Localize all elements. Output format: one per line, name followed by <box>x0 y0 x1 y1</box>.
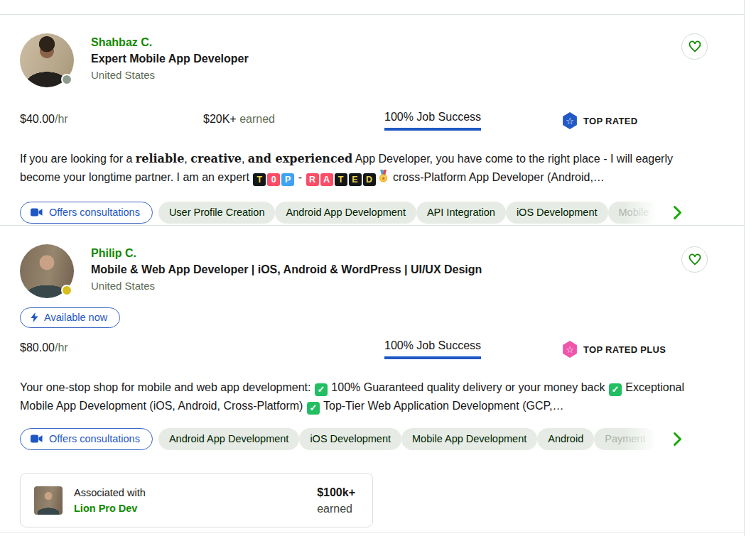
top-rated-plus-hexagon-icon: ☆ <box>562 341 578 358</box>
freelancer-location: United States <box>91 278 482 295</box>
associated-agency-box: Associated with Lion Pro Dev $100k+ earn… <box>20 473 373 527</box>
description-text: , <box>242 153 248 165</box>
offers-consultations-label: Offers consultations <box>49 207 140 218</box>
skill-tag[interactable]: Mobile App Development <box>401 428 537 450</box>
skill-tag[interactable]: Android App Development <box>275 202 416 224</box>
freelancer-results-list: Shahbaz C. Expert Mobile App Developer U… <box>0 0 745 536</box>
badge-label: TOP RATED PLUS <box>583 344 666 355</box>
description-text: cross-Platform App Developer (Android,… <box>390 171 605 183</box>
profile-description[interactable]: Your one-stop shop for mobile and web ap… <box>20 378 715 415</box>
status-dot <box>61 285 72 296</box>
svg-text:★: ★ <box>380 175 385 181</box>
stats-row: $40.00/hr $20K+ earned 100% Job Success … <box>20 111 710 143</box>
tags-clip: Offers consultations Android App Develop… <box>20 427 695 451</box>
medal-icon: ★ <box>378 170 389 189</box>
tags-clip: Offers consultations User Profile Creati… <box>20 200 695 224</box>
top-spacer <box>0 0 744 14</box>
top-rated-plus-badge: ☆ TOP RATED PLUS <box>562 341 710 358</box>
header-text: Philip C. Mobile & Web App Developer | i… <box>91 244 482 298</box>
offers-consultations-label: Offers consultations <box>49 433 140 444</box>
avatar-wrap <box>20 244 74 298</box>
associated-with-label: Associated with <box>74 485 146 501</box>
freelancer-name-link[interactable]: Shahbaz C. <box>91 35 249 50</box>
skill-tag[interactable]: iOS Development <box>506 202 608 224</box>
stats-row: $80.00/hr 100% Job Success ☆ TOP RATED P… <box>20 339 710 372</box>
job-success-wrap: 100% Job Success <box>384 111 562 131</box>
available-now-label: Available now <box>44 312 107 323</box>
freelancer-header: Shahbaz C. Expert Mobile App Developer U… <box>20 33 710 87</box>
agency-link[interactable]: Lion Pro Dev <box>74 501 146 516</box>
squared-letter-tile: T <box>253 173 266 186</box>
available-now-badge[interactable]: Available now <box>20 307 120 328</box>
green-check-icon: ✓ <box>315 383 328 396</box>
heart-icon <box>688 40 701 53</box>
status-dot <box>61 74 72 85</box>
job-success-wrap: 100% Job Success <box>384 339 562 359</box>
badge-label: TOP RATED <box>583 116 637 126</box>
top-rated-badge: ☆ TOP RATED <box>562 112 710 129</box>
skill-tag[interactable]: Payment <box>594 428 656 450</box>
heart-icon <box>688 253 701 266</box>
offers-consultations-button[interactable]: Offers consultations <box>20 202 153 224</box>
squared-letter-tile: A <box>320 173 333 186</box>
description-text: Your one-stop shop for mobile and web ap… <box>20 381 314 393</box>
skill-tag[interactable]: Android <box>537 428 594 450</box>
description-text: and experienced <box>248 152 352 165</box>
expand-tags-chevron-icon[interactable] <box>672 205 683 223</box>
description-text: Top-Tier Web Application Development (GC… <box>320 400 564 412</box>
green-check-icon: ✓ <box>609 383 622 396</box>
skill-tag[interactable]: API Integration <box>416 202 506 224</box>
description-text: , <box>184 153 190 165</box>
lightning-bolt-icon <box>31 312 38 322</box>
squared-letter-tile: T <box>335 173 347 186</box>
freelancer-card[interactable]: Shahbaz C. Expert Mobile App Developer U… <box>0 14 744 225</box>
expand-tags-chevron-icon[interactable] <box>672 432 683 449</box>
description-text: 100% Guaranteed quality delivery or your… <box>328 381 608 393</box>
skill-tag[interactable]: Mobile <box>608 202 660 224</box>
freelancer-title: Mobile & Web App Developer | iOS, Androi… <box>91 261 482 278</box>
top-rated-hexagon-icon: ☆ <box>562 112 578 129</box>
profile-description[interactable]: If you are looking for a reliable, creat… <box>20 150 715 188</box>
squared-letter-tile: P <box>281 173 294 186</box>
save-to-favorites-button[interactable] <box>681 246 708 273</box>
freelancer-location: United States <box>91 67 249 84</box>
squared-letter-tile: 0 <box>267 173 280 186</box>
description-text: - <box>295 171 305 183</box>
description-text: reliable <box>136 152 185 165</box>
green-check-icon: ✓ <box>307 402 320 415</box>
hourly-rate: $80.00/hr <box>20 339 203 356</box>
header-text: Shahbaz C. Expert Mobile App Developer U… <box>91 33 249 87</box>
agency-earned: $100k+ earned <box>317 484 355 517</box>
tags-row: Offers consultations Android App Develop… <box>20 427 710 451</box>
hourly-rate: $40.00/hr <box>20 111 203 128</box>
save-to-favorites-button[interactable] <box>681 33 708 60</box>
offers-consultations-button[interactable]: Offers consultations <box>20 428 153 450</box>
total-earned: $20K+ earned <box>203 111 384 128</box>
associated-with-text: Associated with Lion Pro Dev <box>74 485 146 516</box>
squared-letter-tile: R <box>306 173 319 186</box>
tags-row: Offers consultations User Profile Creati… <box>20 200 710 224</box>
freelancer-card[interactable]: Philip C. Mobile & Web App Developer | i… <box>0 225 744 532</box>
description-text: creative <box>190 152 242 165</box>
video-camera-icon <box>31 434 43 443</box>
freelancer-name-link[interactable]: Philip C. <box>91 246 482 261</box>
freelancer-title: Expert Mobile App Developer <box>91 50 249 67</box>
freelancer-header: Philip C. Mobile & Web App Developer | i… <box>20 244 710 298</box>
skill-tag[interactable]: iOS Development <box>299 428 401 450</box>
squared-letter-tile: D <box>363 173 376 186</box>
job-success-score: 100% Job Success <box>384 339 481 359</box>
squared-letter-tile: E <box>349 173 362 186</box>
skill-tag[interactable]: User Profile Creation <box>158 202 276 224</box>
avatar-wrap <box>20 33 74 87</box>
job-success-score: 100% Job Success <box>384 111 481 131</box>
agency-thumbnail[interactable] <box>34 486 63 515</box>
video-camera-icon <box>31 208 43 217</box>
skill-tag[interactable]: Android App Development <box>158 428 299 450</box>
description-text: If you are looking for a <box>20 153 136 165</box>
